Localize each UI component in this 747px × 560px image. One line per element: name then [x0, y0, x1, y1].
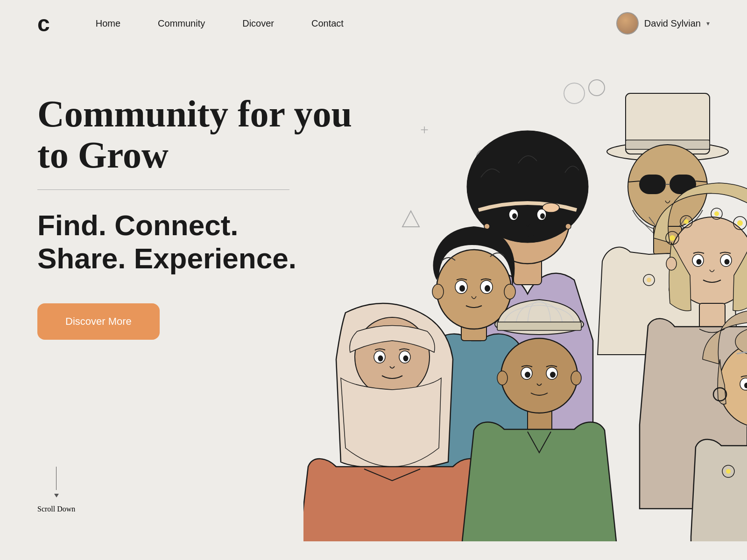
- svg-point-5: [481, 163, 574, 238]
- hero-right: +: [364, 65, 710, 560]
- hero-left: Community for you to Grow Find. Connect.…: [37, 65, 364, 560]
- people-illustration: [303, 51, 747, 541]
- svg-point-65: [697, 259, 702, 265]
- arrow-line: [56, 467, 56, 490]
- svg-point-58: [737, 220, 743, 226]
- svg-point-46: [497, 371, 507, 385]
- arrow-head-icon: [54, 494, 59, 497]
- scroll-label: Scroll Down: [37, 505, 75, 513]
- hero-section: Community for you to Grow Find. Connect.…: [0, 47, 747, 560]
- svg-point-33: [459, 285, 465, 292]
- svg-point-68: [666, 257, 677, 270]
- svg-point-9: [512, 213, 517, 219]
- scroll-arrow: [54, 467, 59, 501]
- svg-point-36: [504, 284, 515, 299]
- user-menu[interactable]: David Sylvian ▾: [616, 12, 710, 35]
- svg-point-66: [725, 259, 730, 265]
- svg-point-35: [432, 284, 444, 299]
- svg-point-79: [726, 469, 731, 474]
- svg-point-40: [378, 356, 383, 362]
- svg-point-62: [714, 211, 719, 216]
- svg-point-45: [501, 338, 578, 413]
- svg-point-34: [485, 285, 490, 292]
- avatar-image: [616, 12, 639, 35]
- user-name: David Sylvian: [644, 18, 701, 29]
- svg-point-50: [525, 372, 530, 378]
- svg-point-41: [403, 356, 409, 362]
- nav-community[interactable]: Community: [158, 18, 205, 28]
- nav-links: Home Community Dicover Contact: [96, 18, 616, 29]
- discover-more-button[interactable]: Discover More: [37, 303, 160, 340]
- svg-point-24: [647, 278, 651, 282]
- svg-point-47: [571, 371, 581, 385]
- svg-point-56: [684, 219, 689, 224]
- logo[interactable]: c: [37, 11, 49, 36]
- avatar: [616, 12, 639, 35]
- svg-point-12: [565, 224, 571, 229]
- scroll-down: Scroll Down: [37, 467, 75, 513]
- divider: [37, 189, 289, 190]
- svg-point-51: [550, 372, 556, 378]
- svg-point-1: [564, 83, 585, 104]
- svg-point-10: [540, 213, 545, 219]
- svg-rect-67: [699, 303, 725, 329]
- hero-subtitle: Find. Connect.Share. Experience.: [37, 209, 364, 275]
- navbar: c Home Community Dicover Contact David S…: [0, 0, 747, 47]
- hero-title: Community for you to Grow: [37, 93, 364, 175]
- svg-rect-43: [497, 322, 581, 330]
- svg-rect-17: [640, 175, 665, 194]
- nav-contact[interactable]: Contact: [311, 18, 344, 28]
- nav-discover[interactable]: Dicover: [242, 18, 274, 28]
- chevron-down-icon: ▾: [706, 20, 710, 27]
- svg-point-54: [669, 235, 675, 241]
- nav-home[interactable]: Home: [96, 18, 120, 28]
